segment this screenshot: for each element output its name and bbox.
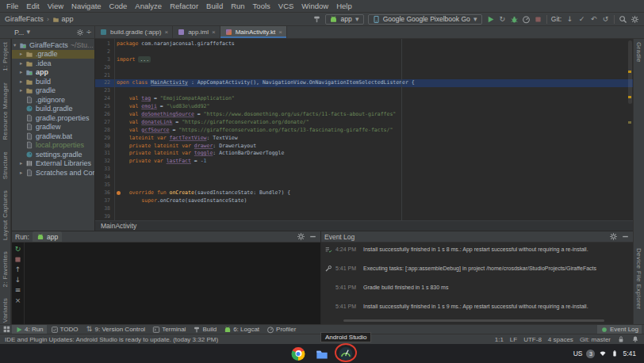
editor-tab-mainactivity-kt[interactable]: MainActivity.kt× bbox=[220, 26, 287, 38]
menu-file[interactable]: File bbox=[2, 0, 22, 13]
stop-icon[interactable] bbox=[534, 15, 542, 24]
toolwindow-tab-4-run[interactable]: 4: Run bbox=[12, 325, 47, 334]
run-console[interactable]: ↻↑↓≡× bbox=[12, 243, 320, 324]
toolwindow-tab-event-log[interactable]: Event Log bbox=[597, 325, 642, 334]
device-select[interactable]: Google Google Pixelbook Go ▾ bbox=[368, 14, 482, 25]
code-line[interactable]: 24 val tag = "EmojiCompatApplication" bbox=[95, 95, 633, 103]
lock-icon[interactable] bbox=[617, 335, 625, 343]
settings-icon[interactable] bbox=[631, 15, 639, 24]
expand-arrow-icon[interactable]: ▸ bbox=[20, 170, 25, 176]
editor-breadcrumb[interactable]: MainActivity bbox=[95, 220, 633, 231]
toolwindow-tab-profiler[interactable]: Profiler bbox=[263, 325, 299, 334]
profiler-icon[interactable] bbox=[522, 15, 531, 24]
code-line[interactable]: 32 private var lastFact = -1 bbox=[95, 158, 633, 166]
menu-code[interactable]: Code bbox=[105, 0, 132, 13]
menu-edit[interactable]: Edit bbox=[22, 0, 43, 13]
hide-icon[interactable] bbox=[309, 232, 317, 241]
code-line[interactable]: 36 override fun onCreate(savedInstanceSt… bbox=[95, 189, 633, 197]
code-line[interactable]: 26 val doSomethingSource = "https://www.… bbox=[95, 111, 633, 119]
gear-icon[interactable] bbox=[297, 232, 305, 241]
system-tray[interactable]: US 3 5:41 bbox=[569, 346, 641, 361]
editor-scrollbar[interactable] bbox=[627, 39, 632, 220]
app-chrome-icon[interactable] bbox=[292, 347, 305, 361]
tree-item-external-libraries[interactable]: ▸External Libraries bbox=[12, 159, 94, 169]
expand-arrow-icon[interactable]: ▾ bbox=[13, 42, 19, 48]
code-line[interactable]: 27 val donateLink = "https://giraffecons… bbox=[95, 119, 633, 127]
code-line[interactable]: 30 private lateinit var drawer: DrawerLa… bbox=[95, 143, 633, 151]
toolwindow-tab-terminal[interactable]: Terminal bbox=[149, 325, 189, 334]
tree-item-scratches-and-consoles[interactable]: ▸Scratches and Consoles bbox=[12, 168, 94, 178]
status-message[interactable]: IDE and Plugin Updates: Android Studio i… bbox=[5, 336, 218, 343]
menu-analyze[interactable]: Analyze bbox=[131, 0, 166, 13]
close-icon[interactable]: × bbox=[278, 29, 282, 36]
code-line[interactable]: 1package com.naranjaconsal.giraffefacts bbox=[95, 40, 633, 48]
toolwindow-button-2-favorites[interactable]: 2: Favorites bbox=[2, 251, 9, 287]
expand-arrow-icon[interactable]: ▸ bbox=[20, 51, 25, 57]
menu-vcs[interactable]: VCS bbox=[274, 0, 298, 13]
code-line[interactable]: 2 bbox=[95, 48, 633, 56]
toolwindow-button-layout-captures[interactable]: Layout Captures bbox=[2, 190, 9, 240]
run-icon[interactable] bbox=[486, 15, 495, 24]
code-line[interactable]: 39 bbox=[95, 213, 633, 220]
stop-icon[interactable] bbox=[13, 255, 22, 264]
code-line[interactable]: 34 bbox=[95, 174, 633, 182]
tree-item-local-properties[interactable]: local.properties bbox=[12, 141, 94, 151]
tree-item-gradle[interactable]: ▸.gradle bbox=[12, 50, 94, 59]
tree-item-build-gradle[interactable]: build.gradle bbox=[12, 105, 94, 114]
event-log-content[interactable]: 4:24 PMInstall successfully finished in … bbox=[321, 243, 633, 324]
menu-run[interactable]: Run bbox=[227, 0, 248, 13]
expand-arrow-icon[interactable]: ▸ bbox=[20, 60, 25, 67]
run-config-select[interactable]: app ▾ bbox=[325, 14, 363, 25]
gear-icon[interactable] bbox=[609, 232, 618, 241]
tree-root-giraffefacts[interactable]: ▾GiraffeFacts~/Stu... bbox=[12, 40, 94, 50]
tree-item-settings-gradle[interactable]: settings.gradle bbox=[12, 150, 94, 159]
menu-tools[interactable]: Tools bbox=[249, 0, 274, 13]
toolwindow-button-structure[interactable]: Structure bbox=[2, 151, 9, 179]
menu-help[interactable]: Help bbox=[332, 0, 356, 13]
expand-arrow-icon[interactable]: ▸ bbox=[20, 69, 25, 75]
code-line[interactable]: 22open class MainActivity : AppCompatAct… bbox=[95, 79, 633, 87]
breadcrumb-module[interactable]: app bbox=[52, 15, 73, 23]
status-utf-8[interactable]: UTF-8 bbox=[523, 336, 542, 343]
toolwindow-tab-build[interactable]: Build bbox=[190, 325, 220, 334]
close-icon[interactable]: × bbox=[13, 296, 22, 305]
code-line[interactable]: 37 super.onCreate(savedInstanceState) bbox=[95, 197, 633, 205]
app-files-icon[interactable] bbox=[316, 347, 329, 361]
toolwindow-tab-6-logcat[interactable]: 6: Logcat bbox=[220, 325, 263, 334]
tree-item-app[interactable]: ▸app bbox=[12, 68, 94, 78]
revert-icon[interactable]: ↶ bbox=[589, 15, 598, 24]
rerun-icon[interactable]: ↻ bbox=[13, 245, 22, 254]
toolwindow-button-1-project[interactable]: 1: Project bbox=[2, 42, 9, 71]
toolwindow-tab-todo[interactable]: TODO bbox=[48, 325, 82, 334]
status-4-spaces[interactable]: 4 spaces bbox=[548, 336, 573, 343]
bell-icon[interactable] bbox=[631, 335, 639, 343]
editor-tab-build-gradle-app[interactable]: build.gradle (:app)× bbox=[95, 26, 173, 38]
editor-tab-app-iml[interactable]: app.iml× bbox=[173, 26, 220, 38]
collapse-all-icon[interactable]: ÷ bbox=[86, 28, 92, 36]
history-icon[interactable]: ↺ bbox=[601, 15, 610, 24]
toolwindow-button-resource-manager[interactable]: Resource Manager bbox=[2, 82, 9, 140]
code-line[interactable]: 3import ... bbox=[95, 56, 633, 64]
code-line[interactable]: 33 bbox=[95, 166, 633, 174]
tree-item-gitignore[interactable]: .gitignore bbox=[12, 95, 94, 105]
expand-arrow-icon[interactable]: ▸ bbox=[20, 87, 25, 94]
up-icon[interactable]: ↑ bbox=[13, 266, 22, 274]
hide-icon[interactable] bbox=[621, 232, 630, 241]
tree-item-gradlew[interactable]: gradlew bbox=[12, 123, 94, 132]
debug-icon[interactable] bbox=[510, 15, 519, 24]
breadcrumb-project[interactable]: GiraffeFacts bbox=[5, 15, 44, 23]
update-icon[interactable]: ↓ bbox=[565, 15, 574, 24]
code-editor[interactable]: 1package com.naranjaconsal.giraffefacts2… bbox=[95, 39, 633, 220]
apply-changes-icon[interactable]: ↻ bbox=[498, 15, 507, 24]
close-icon[interactable]: × bbox=[164, 29, 168, 36]
code-line[interactable]: 20 bbox=[95, 64, 633, 72]
toolwindow-button-device-file-explorer[interactable]: Device File Explorer bbox=[635, 248, 642, 310]
status-git-master[interactable]: Git: master bbox=[580, 336, 611, 343]
tree-item-gradlew-bat[interactable]: gradlew.bat bbox=[12, 132, 94, 141]
gear-icon[interactable] bbox=[76, 29, 84, 36]
hammer-icon[interactable] bbox=[312, 15, 321, 24]
tree-item-idea[interactable]: ▸.idea bbox=[12, 59, 94, 68]
menu-navigate[interactable]: Navigate bbox=[67, 0, 105, 13]
commit-icon[interactable]: ✓ bbox=[577, 15, 586, 24]
expand-arrow-icon[interactable]: ▸ bbox=[20, 78, 25, 85]
